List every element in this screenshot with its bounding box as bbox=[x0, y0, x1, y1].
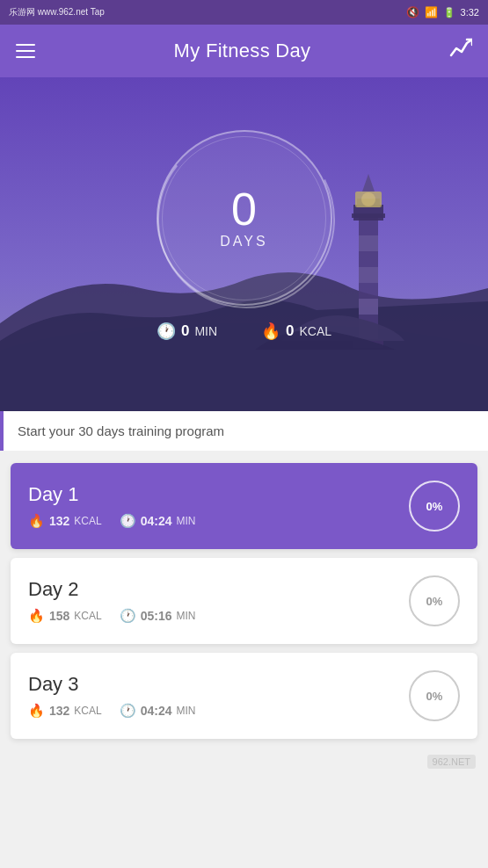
status-bar-right: 🔇 📶 🔋 3:32 bbox=[406, 6, 479, 18]
svg-point-12 bbox=[361, 192, 375, 206]
svg-rect-6 bbox=[359, 299, 378, 315]
day-3-progress-badge: 0% bbox=[409, 670, 460, 721]
watermark-area: 962.NET bbox=[0, 751, 488, 772]
chart-icon[interactable] bbox=[449, 38, 472, 64]
day-1-time-value: 04:24 bbox=[141, 514, 172, 528]
clock-icon-d3: 🕐 bbox=[120, 703, 136, 719]
day-2-time: 🕐 05:16 MIN bbox=[120, 608, 196, 624]
svg-point-14 bbox=[158, 132, 334, 307]
day-2-name: Day 2 bbox=[28, 578, 196, 601]
day-3-time: 🕐 04:24 MIN bbox=[120, 703, 196, 719]
day-2-info: Day 2 🔥 158 KCAL 🕐 05:16 MIN bbox=[28, 578, 196, 624]
hero-kcal-unit: KCAL bbox=[300, 324, 332, 338]
day-1-info: Day 1 🔥 132 KCAL 🕐 04:24 MIN bbox=[28, 483, 196, 529]
time-display: 3:32 bbox=[461, 7, 479, 18]
content-area: Start your 30 days training program Day … bbox=[0, 411, 488, 790]
hamburger-menu-button[interactable] bbox=[16, 44, 35, 58]
day-2-kcal-value: 158 bbox=[49, 609, 69, 623]
day-1-time-unit: MIN bbox=[177, 515, 196, 527]
fire-icon-d1: 🔥 bbox=[28, 513, 45, 529]
day-3-info: Day 3 🔥 132 KCAL 🕐 04:24 MIN bbox=[28, 673, 196, 719]
fire-icon-d2: 🔥 bbox=[28, 608, 45, 624]
day-2-kcal: 🔥 158 KCAL bbox=[28, 608, 102, 624]
top-nav: My Fitness Day bbox=[0, 25, 488, 77]
day-3-time-value: 04:24 bbox=[141, 704, 172, 718]
hero-time-value: 0 bbox=[181, 322, 189, 340]
hamburger-line-2 bbox=[16, 50, 35, 52]
day-2-stats: 🔥 158 KCAL 🕐 05:16 MIN bbox=[28, 608, 196, 624]
day-cards-list: Day 1 🔥 132 KCAL 🕐 04:24 MIN 0% bbox=[0, 451, 488, 751]
fire-icon-hero: 🔥 bbox=[261, 322, 280, 341]
clock-icon-hero: 🕐 bbox=[157, 322, 176, 341]
day-3-kcal: 🔥 132 KCAL bbox=[28, 703, 102, 719]
day-3-name: Day 3 bbox=[28, 673, 196, 696]
mute-icon: 🔇 bbox=[406, 6, 419, 18]
day-3-kcal-unit: KCAL bbox=[74, 705, 101, 717]
day-card-3[interactable]: Day 3 🔥 132 KCAL 🕐 04:24 MIN 0% bbox=[11, 653, 477, 739]
svg-rect-11 bbox=[352, 213, 385, 218]
training-banner: Start your 30 days training program bbox=[0, 411, 488, 451]
hero-circle-container: 0 DAYS 🕐 0 MIN 🔥 0 KCAL bbox=[157, 130, 332, 341]
day-1-kcal-value: 132 bbox=[49, 514, 69, 528]
day-3-time-unit: MIN bbox=[177, 705, 196, 717]
hero-stat-kcal: 🔥 0 KCAL bbox=[261, 322, 331, 341]
day-1-time: 🕐 04:24 MIN bbox=[120, 513, 196, 529]
battery-icon: 🔋 bbox=[443, 7, 455, 18]
status-bar: 乐游网 www.962.net Tap 🔇 📶 🔋 3:32 bbox=[0, 0, 488, 25]
hamburger-line-3 bbox=[16, 56, 35, 58]
day-3-progress-text: 0% bbox=[426, 690, 443, 703]
hero-stat-time: 🕐 0 MIN bbox=[157, 322, 217, 341]
day-2-kcal-unit: KCAL bbox=[74, 610, 101, 622]
day-1-kcal: 🔥 132 KCAL bbox=[28, 513, 102, 529]
day-2-time-value: 05:16 bbox=[141, 609, 172, 623]
fire-icon-d3: 🔥 bbox=[28, 703, 45, 719]
day-1-progress-text: 0% bbox=[426, 500, 443, 513]
day-2-progress-text: 0% bbox=[426, 595, 443, 608]
clock-icon-d2: 🕐 bbox=[120, 608, 136, 624]
day-3-stats: 🔥 132 KCAL 🕐 04:24 MIN bbox=[28, 703, 196, 719]
hero-stats: 🕐 0 MIN 🔥 0 KCAL bbox=[157, 322, 331, 341]
hamburger-line-1 bbox=[16, 44, 35, 46]
banner-text: Start your 30 days training program bbox=[18, 423, 224, 438]
status-brand-text: 乐游网 www.962.net Tap bbox=[9, 6, 105, 18]
day-1-progress-badge: 0% bbox=[409, 481, 460, 532]
hero-time-unit: MIN bbox=[194, 324, 217, 338]
day-3-kcal-value: 132 bbox=[49, 704, 69, 718]
day-2-progress-badge: 0% bbox=[409, 575, 460, 626]
day-1-kcal-unit: KCAL bbox=[74, 515, 101, 527]
hero-section: 0 DAYS 🕐 0 MIN 🔥 0 KCAL bbox=[0, 77, 488, 411]
day-card-1[interactable]: Day 1 🔥 132 KCAL 🕐 04:24 MIN 0% bbox=[11, 463, 477, 549]
status-bar-left: 乐游网 www.962.net Tap bbox=[9, 6, 105, 18]
circle-arc bbox=[155, 128, 338, 311]
page-title: My Fitness Day bbox=[174, 40, 311, 62]
day-1-stats: 🔥 132 KCAL 🕐 04:24 MIN bbox=[28, 513, 196, 529]
hero-kcal-value: 0 bbox=[286, 322, 294, 340]
svg-rect-5 bbox=[359, 267, 378, 283]
day-2-time-unit: MIN bbox=[177, 610, 196, 622]
day-1-name: Day 1 bbox=[28, 483, 196, 506]
svg-rect-4 bbox=[359, 235, 378, 251]
clock-icon-d1: 🕐 bbox=[120, 513, 136, 529]
day-card-2[interactable]: Day 2 🔥 158 KCAL 🕐 05:16 MIN 0% bbox=[11, 558, 477, 644]
wifi-icon: 📶 bbox=[425, 6, 438, 18]
watermark-text: 962.NET bbox=[427, 755, 476, 769]
days-circle: 0 DAYS bbox=[157, 130, 332, 306]
